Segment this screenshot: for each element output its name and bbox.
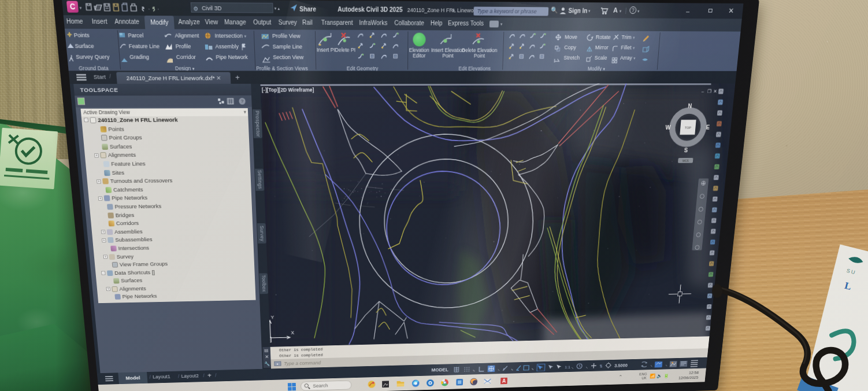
svg-text:TOP: TOP	[685, 126, 692, 129]
svg-text:?: ?	[241, 98, 244, 104]
svg-text:1:1: 1:1	[565, 365, 570, 370]
svg-text:[-][Top][2D Wireframe]: [-][Top][2D Wireframe]	[262, 87, 314, 93]
svg-text:Y: Y	[270, 315, 274, 320]
svg-text:X: X	[291, 330, 294, 335]
svg-text:E: E	[706, 124, 710, 130]
svg-text:W: W	[665, 124, 671, 131]
svg-text:A: A	[502, 378, 506, 383]
svg-text:–: –	[701, 88, 704, 94]
svg-text:WCS: WCS	[682, 159, 689, 162]
svg-text:⇅: ⇅	[599, 364, 603, 368]
svg-text:❐: ❐	[707, 88, 712, 94]
svg-text:S: S	[684, 147, 688, 154]
svg-text:N: N	[688, 103, 692, 109]
svg-text:3.5000: 3.5000	[614, 363, 628, 368]
svg-text:✕: ✕	[713, 88, 717, 94]
